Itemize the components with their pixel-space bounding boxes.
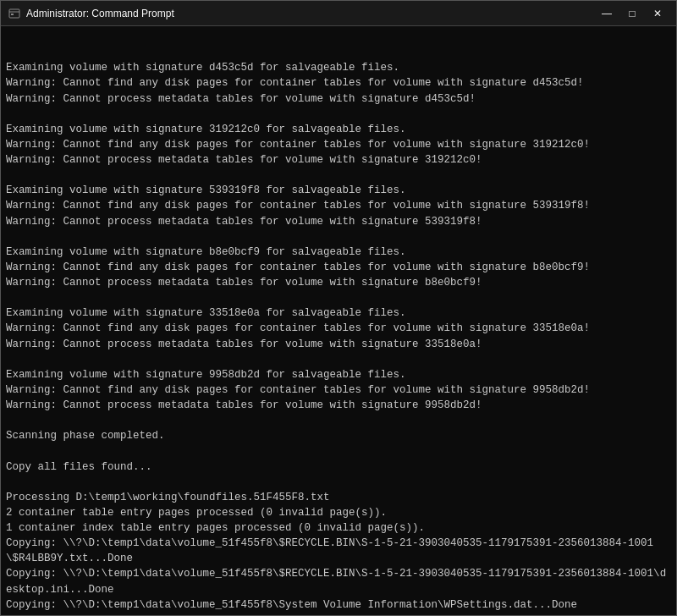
console-line: Warning: Cannot process metadata tables … <box>6 275 671 290</box>
window-icon <box>8 7 21 20</box>
console-line <box>6 475 671 490</box>
console-line <box>6 443 671 459</box>
console-line: 1 container index table entry pages proc… <box>6 520 671 536</box>
console-line: Warning: Cannot find any disk pages for … <box>6 75 671 91</box>
console-line: Examining volume with signature 319212c0… <box>6 122 671 137</box>
console-line <box>6 413 671 428</box>
console-line: Copying: \\?\D:\temp1\data\volume_51f455… <box>6 566 671 597</box>
console-line: Scanning phase completed. <box>6 428 671 443</box>
command-prompt-window: Administrator: Command Prompt — □ ✕ Exam… <box>0 0 677 616</box>
console-line: Processing D:\temp1\working\foundfiles.5… <box>6 490 671 505</box>
console-line: Warning: Cannot process metadata tables … <box>6 91 671 107</box>
console-line: Warning: Cannot find any disk pages for … <box>6 198 671 213</box>
console-line <box>6 229 671 245</box>
console-line <box>6 290 671 305</box>
console-line: Examining volume with signature d453c5d … <box>6 60 671 75</box>
console-line <box>6 352 671 367</box>
console-line: Examining volume with signature 33518e0a… <box>6 305 671 321</box>
console-line: Examining volume with signature 9958db2d… <box>6 367 671 382</box>
console-line: Warning: Cannot find any disk pages for … <box>6 382 671 398</box>
console-line <box>6 168 671 183</box>
console-line: Examining volume with signature 539319f8… <box>6 183 671 198</box>
console-line: Warning: Cannot find any disk pages for … <box>6 137 671 152</box>
console-line: 2 container table entry pages processed … <box>6 505 671 520</box>
console-line: Copying: \\?\D:\temp1\data\volume_51f455… <box>6 613 671 615</box>
close-button[interactable]: ✕ <box>646 4 669 23</box>
console-line: Examining volume with signature b8e0bcf9… <box>6 245 671 260</box>
window-title: Administrator: Command Prompt <box>26 8 595 19</box>
console-line: Warning: Cannot process metadata tables … <box>6 152 671 168</box>
console-line: Warning: Cannot process metadata tables … <box>6 398 671 413</box>
console-line: Warning: Cannot process metadata tables … <box>6 337 671 352</box>
maximize-button[interactable]: □ <box>620 4 644 23</box>
svg-rect-2 <box>11 14 14 15</box>
console-line: Copying: \\?\D:\temp1\data\volume_51f455… <box>6 597 671 613</box>
console-line: Warning: Cannot find any disk pages for … <box>6 260 671 275</box>
console-line: Copy all files found... <box>6 459 671 475</box>
svg-rect-0 <box>9 9 19 18</box>
console-line <box>6 107 671 122</box>
console-line: Warning: Cannot find any disk pages for … <box>6 321 671 336</box>
console-line: Warning: Cannot process metadata tables … <box>6 214 671 229</box>
title-bar: Administrator: Command Prompt — □ ✕ <box>1 1 676 26</box>
minimize-button[interactable]: — <box>595 4 619 23</box>
window-controls: — □ ✕ <box>595 4 669 23</box>
console-output[interactable]: Examining volume with signature d453c5d … <box>1 26 676 615</box>
console-line: Copying: \\?\D:\temp1\data\volume_51f455… <box>6 536 671 566</box>
